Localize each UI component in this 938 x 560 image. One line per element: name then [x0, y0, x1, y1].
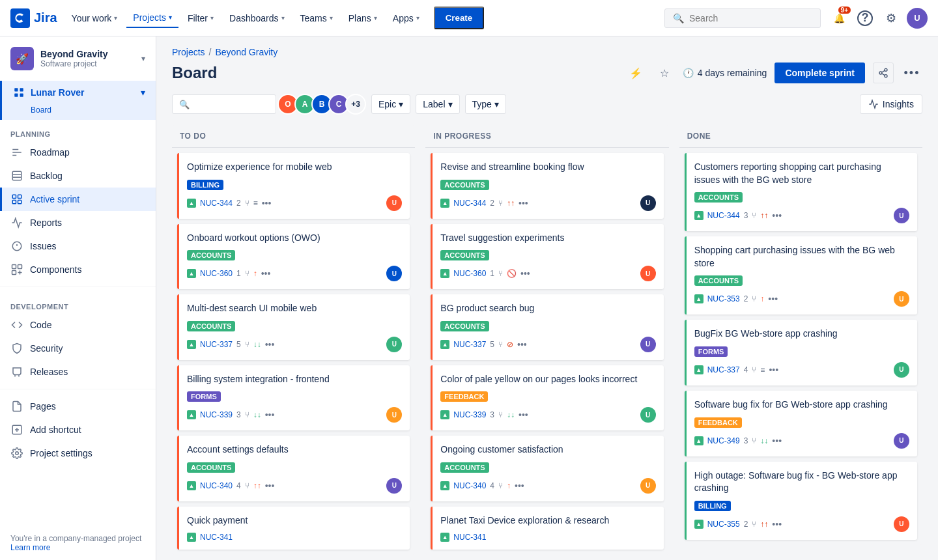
breadcrumb-projects[interactable]: Projects	[172, 47, 205, 57]
card-todo-5[interactable]: Quick payment ▲ NUC-341	[177, 507, 410, 550]
sidebar-item-components[interactable]: Components	[0, 258, 156, 281]
star-button[interactable]: ☆	[654, 63, 675, 83]
card-todo-4[interactable]: Account settings defaults ACCOUNTS ▲ NUC…	[177, 436, 410, 501]
pages-icon	[10, 400, 23, 413]
card-inprogress-0[interactable]: Revise and streamline booking flow ACCOU…	[431, 153, 663, 219]
chevron-icon: ▾	[281, 14, 285, 21]
sidebar-item-issues[interactable]: Issues	[0, 234, 156, 258]
card-done-4[interactable]: High outage: Software bug fix - BG Web-s…	[685, 462, 917, 540]
nav-dashboards[interactable]: Dashboards ▾	[223, 9, 291, 27]
help-icon: ?	[857, 10, 873, 26]
learn-more-link[interactable]: Learn more	[10, 543, 50, 552]
card-done-0[interactable]: Customers reporting shopping cart purcha…	[685, 153, 917, 231]
more-icon[interactable]: •••	[768, 294, 778, 304]
card-label: BILLING	[187, 180, 223, 190]
sidebar-item-project-settings[interactable]: Project settings	[0, 441, 156, 465]
sidebar-item-security[interactable]: Security	[0, 337, 156, 360]
card-inprogress-4[interactable]: Ongoing customer satisfaction ACCOUNTS ▲…	[431, 436, 663, 501]
epic-filter[interactable]: Epic ▾	[371, 94, 410, 114]
complete-sprint-button[interactable]: Complete sprint	[775, 63, 865, 83]
card-inprogress-2[interactable]: BG product search bug ACCOUNTS ▲ NUC-337…	[431, 294, 663, 360]
sidebar-item-pages[interactable]: Pages	[0, 395, 156, 418]
sidebar-item-roadmap[interactable]: Roadmap	[0, 141, 156, 164]
share-button[interactable]	[873, 63, 894, 83]
card-footer: ▲ NUC-337 4 ⑂ ≡ ••• U	[694, 362, 909, 378]
type-filter[interactable]: Type ▾	[465, 94, 506, 114]
nav-your-work[interactable]: Your work ▾	[65, 9, 124, 27]
days-remaining: 🕐 4 days remaining	[683, 68, 767, 78]
notifications-button[interactable]: 🔔 9+	[829, 8, 849, 29]
sidebar-item-active-sprint[interactable]: Active sprint	[0, 188, 156, 211]
column-cards-done: Customers reporting shopping cart purcha…	[679, 148, 922, 545]
more-icon[interactable]: •••	[772, 436, 782, 446]
sidebar-item-add-shortcut[interactable]: Add shortcut	[0, 418, 156, 441]
sidebar-item-lunar-rover[interactable]: Lunar Rover ▾ Board	[0, 81, 156, 120]
more-icon[interactable]: •••	[519, 410, 528, 420]
card-done-2[interactable]: BugFix BG Web-store app crashing FORMS ▲…	[685, 320, 917, 385]
more-icon[interactable]: •••	[515, 481, 524, 491]
card-done-3[interactable]: Software bug fix for BG Web-store app cr…	[685, 391, 917, 456]
search-input[interactable]	[689, 13, 812, 23]
settings-button[interactable]: ⚙	[881, 8, 902, 29]
column-done: DONE Customers reporting shopping cart p…	[679, 125, 922, 545]
card-todo-2[interactable]: Multi-dest search UI mobile web ACCOUNTS…	[177, 294, 410, 360]
card-footer: ▲ NUC-337 5 ⑂ ↓↓ ••• U	[187, 337, 402, 352]
card-todo-3[interactable]: Billing system integration - frontend FO…	[177, 365, 410, 431]
card-todo-1[interactable]: Onboard workout options (OWO) ACCOUNTS ▲…	[177, 224, 410, 290]
breadcrumb-project[interactable]: Beyond Gravity	[215, 47, 277, 57]
more-button[interactable]: •••	[902, 63, 922, 83]
svg-rect-14	[12, 265, 16, 269]
nav-projects[interactable]: Projects ▾	[126, 8, 178, 28]
page-header: Board ⚡ ☆ 🕐 4 days remaining Complete sp…	[172, 63, 922, 83]
card-avatar: U	[894, 516, 909, 532]
user-avatar[interactable]: U	[907, 8, 928, 29]
project-header: 🚀 Beyond Gravity Software project ▾	[0, 36, 156, 81]
search-bar[interactable]: 🔍	[664, 8, 821, 28]
more-icon[interactable]: •••	[519, 198, 528, 208]
more-icon[interactable]: •••	[772, 210, 782, 221]
card-inprogress-5[interactable]: Planet Taxi Device exploration & researc…	[431, 507, 663, 550]
sidebar-item-backlog[interactable]: Backlog	[0, 164, 156, 188]
nav-filter[interactable]: Filter ▾	[181, 9, 220, 27]
nav-plans[interactable]: Plans ▾	[342, 9, 384, 27]
create-button[interactable]: Create	[434, 7, 485, 29]
avatar-more[interactable]: +3	[345, 94, 366, 115]
board-search[interactable]: 🔍	[172, 94, 276, 114]
story-icon: ▲	[187, 481, 196, 490]
card-avatar: U	[640, 266, 656, 281]
board-search-input[interactable]	[193, 99, 269, 109]
lightning-button[interactable]: ⚡	[625, 63, 646, 83]
insights-button[interactable]: Insights	[860, 94, 922, 114]
project-chevron-icon[interactable]: ▾	[141, 54, 145, 63]
card-inprogress-1[interactable]: Travel suggestion experiments ACCOUNTS ▲…	[431, 224, 663, 290]
more-icon[interactable]: •••	[772, 519, 782, 529]
card-inprogress-3[interactable]: Color of pale yellow on our pages looks …	[431, 365, 663, 431]
card-todo-0[interactable]: Optimize experience for mobile web BILLI…	[177, 153, 410, 219]
svg-point-22	[16, 452, 19, 455]
card-label: ACCOUNTS	[440, 462, 489, 473]
more-icon[interactable]: •••	[265, 481, 275, 491]
card-done-1[interactable]: Shopping cart purchasing issues with the…	[685, 236, 917, 315]
card-label: ACCOUNTS	[187, 250, 235, 260]
nav-teams[interactable]: Teams ▾	[294, 9, 339, 27]
story-icon: ▲	[694, 520, 704, 529]
label-filter[interactable]: Label ▾	[416, 94, 459, 114]
project-name: Beyond Gravity	[40, 49, 135, 59]
more-icon[interactable]: •••	[517, 339, 527, 350]
sidebar-item-releases[interactable]: Releases	[0, 360, 156, 384]
branch-icon: ⑂	[245, 269, 249, 278]
more-icon[interactable]: •••	[769, 365, 778, 375]
more-icon[interactable]: •••	[262, 198, 272, 208]
more-icon[interactable]: •••	[265, 339, 275, 350]
card-avatar: U	[894, 433, 909, 449]
priority-icon: ↑↑	[507, 199, 515, 208]
nav-apps[interactable]: Apps ▾	[386, 9, 426, 27]
more-icon[interactable]: •••	[520, 268, 530, 279]
more-icon[interactable]: •••	[265, 410, 275, 420]
sidebar-item-code[interactable]: Code	[0, 313, 156, 337]
sidebar-item-reports[interactable]: Reports	[0, 211, 156, 234]
app-logo[interactable]: Jira	[10, 8, 57, 28]
more-icon[interactable]: •••	[261, 268, 271, 279]
help-button[interactable]: ?	[855, 8, 875, 29]
card-title: Optimize experience for mobile web	[187, 161, 402, 174]
